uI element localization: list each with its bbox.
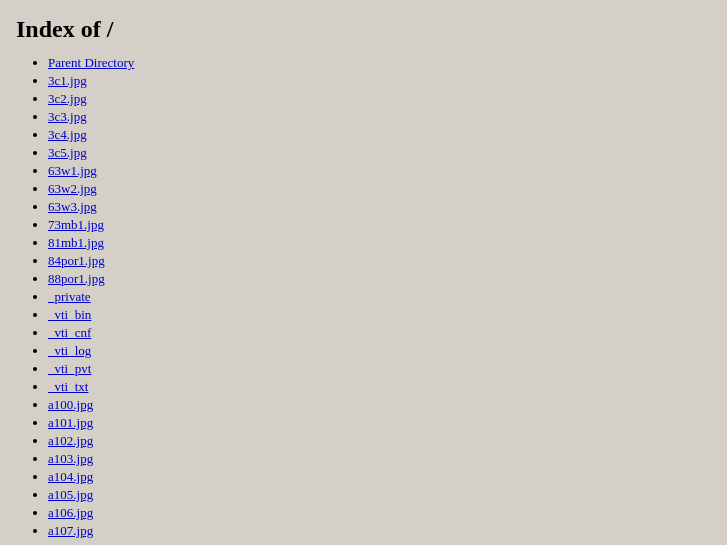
list-item: _vti_bin — [48, 307, 711, 323]
file-link[interactable]: a107.jpg — [48, 523, 93, 538]
file-link[interactable]: a106.jpg — [48, 505, 93, 520]
list-item: 3c2.jpg — [48, 91, 711, 107]
file-link[interactable]: a100.jpg — [48, 397, 93, 412]
list-item: _vti_pvt — [48, 361, 711, 377]
list-item: 88por1.jpg — [48, 271, 711, 287]
file-link[interactable]: _vti_log — [48, 343, 91, 358]
list-item: a105.jpg — [48, 487, 711, 503]
file-list: Parent Directory3c1.jpg3c2.jpg3c3.jpg3c4… — [16, 55, 711, 545]
file-link[interactable]: 73mb1.jpg — [48, 217, 104, 232]
list-item: 84por1.jpg — [48, 253, 711, 269]
list-item: a103.jpg — [48, 451, 711, 467]
list-item: _vti_txt — [48, 379, 711, 395]
list-item: 63w2.jpg — [48, 181, 711, 197]
list-item: 73mb1.jpg — [48, 217, 711, 233]
list-item: 3c5.jpg — [48, 145, 711, 161]
file-link[interactable]: 63w3.jpg — [48, 199, 97, 214]
file-link[interactable]: 88por1.jpg — [48, 271, 105, 286]
list-item: 3c3.jpg — [48, 109, 711, 125]
list-item: a106.jpg — [48, 505, 711, 521]
list-item: _private — [48, 289, 711, 305]
file-link[interactable]: _vti_txt — [48, 379, 88, 394]
page-title: Index of / — [16, 16, 711, 43]
file-link[interactable]: 3c5.jpg — [48, 145, 87, 160]
file-link[interactable]: a108.jpg — [48, 541, 93, 545]
file-link[interactable]: _vti_bin — [48, 307, 91, 322]
file-link[interactable]: a104.jpg — [48, 469, 93, 484]
list-item: _vti_log — [48, 343, 711, 359]
list-item: Parent Directory — [48, 55, 711, 71]
file-link[interactable]: _vti_pvt — [48, 361, 91, 376]
file-link[interactable]: _private — [48, 289, 91, 304]
list-item: a100.jpg — [48, 397, 711, 413]
list-item: _vti_cnf — [48, 325, 711, 341]
list-item: 63w1.jpg — [48, 163, 711, 179]
list-item: a101.jpg — [48, 415, 711, 431]
file-link[interactable]: 63w1.jpg — [48, 163, 97, 178]
file-link[interactable]: 63w2.jpg — [48, 181, 97, 196]
file-link[interactable]: 3c3.jpg — [48, 109, 87, 124]
file-link[interactable]: 84por1.jpg — [48, 253, 105, 268]
file-link[interactable]: a101.jpg — [48, 415, 93, 430]
file-link[interactable]: a103.jpg — [48, 451, 93, 466]
file-link[interactable]: 81mb1.jpg — [48, 235, 104, 250]
list-item: 81mb1.jpg — [48, 235, 711, 251]
file-link[interactable]: 3c2.jpg — [48, 91, 87, 106]
file-link[interactable]: a102.jpg — [48, 433, 93, 448]
list-item: a102.jpg — [48, 433, 711, 449]
file-link[interactable]: _vti_cnf — [48, 325, 91, 340]
list-item: 63w3.jpg — [48, 199, 711, 215]
list-item: 3c1.jpg — [48, 73, 711, 89]
list-item: a108.jpg — [48, 541, 711, 545]
file-link[interactable]: 3c4.jpg — [48, 127, 87, 142]
list-item: 3c4.jpg — [48, 127, 711, 143]
file-link[interactable]: 3c1.jpg — [48, 73, 87, 88]
list-item: a104.jpg — [48, 469, 711, 485]
file-link[interactable]: a105.jpg — [48, 487, 93, 502]
file-link[interactable]: Parent Directory — [48, 55, 134, 70]
list-item: a107.jpg — [48, 523, 711, 539]
